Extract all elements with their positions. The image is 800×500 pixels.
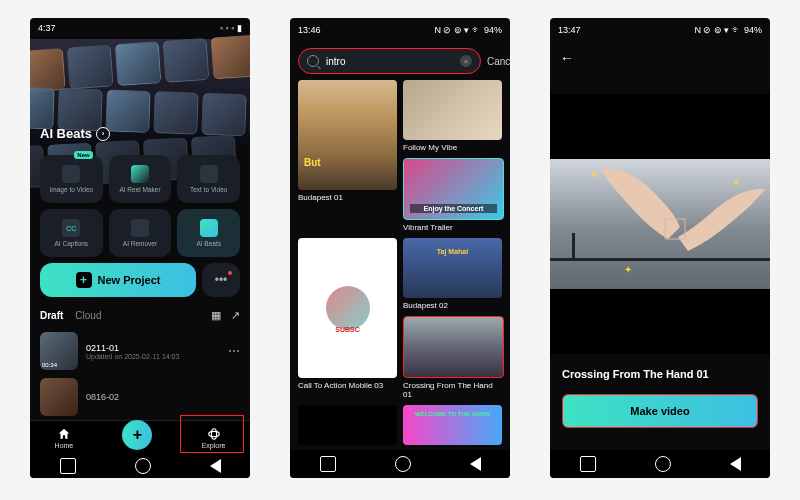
result-label: Crossing From The Hand 01: [403, 381, 502, 399]
tool-label: AI Beats: [196, 240, 221, 247]
nav-label: Home: [55, 442, 74, 449]
back-button[interactable]: ←: [550, 42, 770, 74]
bottom-nav: Home + Explore: [30, 420, 250, 454]
clear-icon[interactable]: ×: [460, 55, 472, 67]
result-item[interactable]: Enjoy the ConcertVibrant Trailer: [403, 158, 502, 232]
status-bar: 13:46 N ⊘ ⊚ ▾ ᯤ 94%: [290, 18, 510, 42]
status-time: 13:46: [298, 25, 321, 35]
new-project-row: + New Project •••: [30, 261, 250, 305]
make-video-label: Make video: [630, 405, 689, 417]
nav-home[interactable]: Home: [55, 427, 74, 449]
cancel-button[interactable]: Cancel: [487, 56, 510, 67]
android-nav: [30, 455, 250, 478]
recent-key[interactable]: [60, 458, 76, 474]
result-label: Vibrant Trailer: [403, 223, 502, 232]
grid-icon[interactable]: ▦: [211, 309, 221, 322]
draft-thumbnail: [40, 378, 78, 416]
bolt-icon: [131, 165, 149, 183]
recent-key[interactable]: [320, 456, 336, 472]
back-key[interactable]: [210, 459, 221, 473]
result-label: Budapest 02: [403, 301, 502, 310]
battery-label: 94%: [484, 25, 502, 35]
draft-more-icon[interactable]: ⋯: [228, 344, 240, 358]
overlay-text: But: [304, 157, 321, 168]
tool-label: Text to Video: [190, 186, 227, 193]
draft-thumbnail: 00:34: [40, 332, 78, 370]
result-label: Budapest 01: [298, 193, 397, 202]
tab-draft[interactable]: Draft: [40, 310, 63, 321]
result-item[interactable]: Crossing From The Hand 01: [403, 316, 502, 399]
nav-explore[interactable]: Explore: [202, 427, 226, 449]
search-results: But Budapest 01 Follow My Vibe Enjoy the…: [290, 80, 510, 450]
tool-label: AI Reel Maker: [119, 186, 160, 193]
plus-icon: +: [76, 272, 92, 288]
search-input-box[interactable]: ×: [298, 48, 481, 74]
draft-row[interactable]: 00:34 0211-01 Updated on 2025-02-11 14:0…: [30, 328, 250, 374]
search-icon: [307, 55, 319, 67]
result-item[interactable]: [298, 405, 397, 450]
new-project-button[interactable]: + New Project: [40, 263, 196, 297]
home-key[interactable]: [395, 456, 411, 472]
wand-icon: [200, 165, 218, 183]
tool-ai-remover[interactable]: AI Remover: [109, 209, 172, 257]
search-row: × Cancel: [290, 42, 510, 80]
recent-key[interactable]: [580, 456, 596, 472]
tool-ai-beats[interactable]: AI Beats: [177, 209, 240, 257]
tool-text-to-video[interactable]: Text to Video: [177, 155, 240, 203]
template-preview[interactable]: ✦ ✦ ✦: [550, 94, 770, 354]
cc-icon: CC: [62, 219, 80, 237]
tool-ai-reel-maker[interactable]: AI Reel Maker: [109, 155, 172, 203]
result-item[interactable]: But Budapest 01: [298, 80, 397, 232]
make-video-button[interactable]: Make video: [562, 394, 758, 428]
status-icons: N ⊘ ⊚ ▾ ᯤ 94%: [694, 25, 762, 35]
result-label: Call To Action Mobile 03: [298, 381, 397, 390]
result-thumb: [403, 316, 504, 378]
back-key[interactable]: [730, 457, 741, 471]
result-item[interactable]: Follow My Vibe: [403, 80, 502, 152]
result-item[interactable]: Taj MahalBudapest 02: [403, 238, 502, 310]
status-icons: ◦ ◦ ◦ ▮: [220, 23, 242, 33]
ai-tools-grid: NewImage to Video AI Reel Maker Text to …: [30, 147, 250, 261]
phone-home-screen: 4:37 ◦ ◦ ◦ ▮ AI Beats › NewImage to Vide…: [30, 18, 250, 478]
status-time: 4:37: [38, 23, 56, 33]
draft-duration: 00:34: [42, 362, 57, 368]
status-icons: N ⊘ ⊚ ▾ ᯤ 94%: [434, 25, 502, 35]
tool-image-to-video[interactable]: NewImage to Video: [40, 155, 103, 203]
template-title: Crossing From The Hand 01: [550, 354, 770, 390]
tool-label: Image to Video: [50, 186, 94, 193]
home-key[interactable]: [135, 458, 151, 474]
svg-point-0: [208, 431, 219, 436]
result-thumb: [298, 405, 397, 445]
draft-meta: 0211-01 Updated on 2025-02-11 14:03: [86, 343, 220, 360]
phone-search-screen: 13:46 N ⊘ ⊚ ▾ ᯤ 94% × Cancel But Budapes…: [290, 18, 510, 478]
hero-section-label[interactable]: AI Beats ›: [40, 126, 110, 141]
home-icon: [57, 427, 71, 441]
result-thumb: Taj Mahal: [403, 238, 502, 298]
image-icon: [62, 165, 80, 183]
tool-ai-captions[interactable]: CCAI Captions: [40, 209, 103, 257]
result-thumb: SUBSC: [298, 238, 397, 378]
tool-label: AI Captions: [55, 240, 89, 247]
draft-row[interactable]: 0816-02: [30, 374, 250, 420]
eraser-icon: [131, 219, 149, 237]
nav-create-button[interactable]: +: [122, 420, 152, 450]
status-bar: 13:47 N ⊘ ⊚ ▾ ᯤ 94%: [550, 18, 770, 42]
tab-cloud[interactable]: Cloud: [75, 310, 101, 321]
result-item[interactable]: WELCOME TO THE SHOWEuphonic Concert: [403, 405, 502, 450]
draft-tab-row: Draft Cloud ▦ ↗: [30, 305, 250, 328]
draft-title: 0816-02: [86, 392, 240, 402]
result-item[interactable]: SUBSC Call To Action Mobile 03: [298, 238, 397, 399]
back-key[interactable]: [470, 457, 481, 471]
arrow-left-icon: ←: [560, 50, 574, 66]
result-label: Follow My Vibe: [403, 143, 502, 152]
overlay-text: SUBSC: [298, 326, 397, 333]
more-button[interactable]: •••: [202, 263, 240, 297]
preview-image: ✦ ✦ ✦: [550, 159, 770, 289]
export-icon[interactable]: ↗: [231, 309, 240, 322]
home-key[interactable]: [655, 456, 671, 472]
result-thumb: [403, 80, 502, 140]
search-input[interactable]: [324, 55, 455, 68]
android-nav: [290, 450, 510, 478]
chevron-right-icon: ›: [96, 127, 110, 141]
battery-label: 94%: [744, 25, 762, 35]
